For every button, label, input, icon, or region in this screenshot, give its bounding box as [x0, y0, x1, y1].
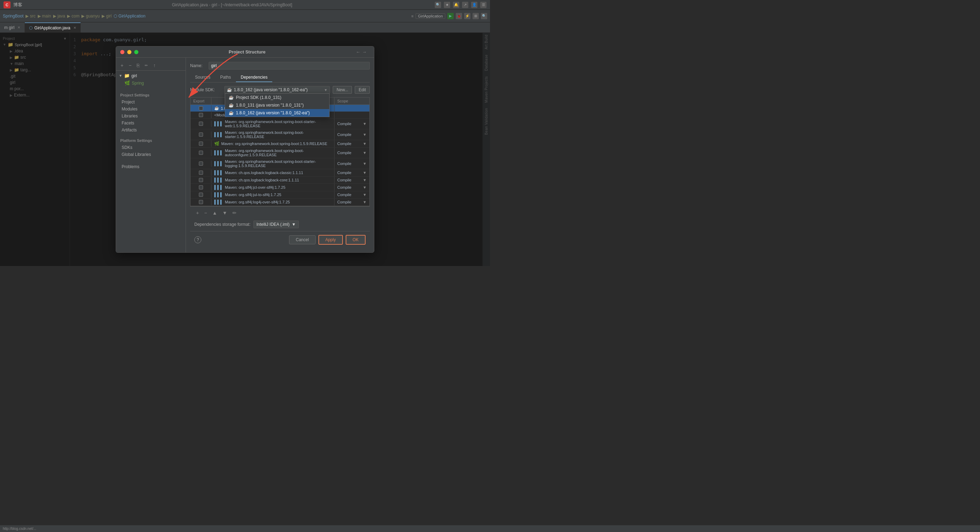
edit-dep-btn[interactable]: ✏ [231, 209, 239, 217]
name-input[interactable] [208, 62, 370, 70]
deps-scope-log4j[interactable]: Compile ▼ [334, 199, 369, 205]
tab-girl-close[interactable]: ✕ [18, 25, 20, 29]
tab-girlapp-close[interactable]: ✕ [73, 26, 76, 30]
deps-checkbox-modsrc[interactable] [199, 113, 203, 117]
help-button[interactable]: ? [194, 236, 201, 243]
back-icon[interactable]: ← [356, 49, 360, 54]
forward-icon[interactable]: → [362, 49, 367, 54]
deps-scope-logging[interactable]: Compile ▼ [334, 161, 369, 167]
edit-sdk-btn[interactable]: Edit [355, 86, 370, 94]
deps-checkbox-web[interactable] [199, 122, 203, 126]
deps-checkbox-jcl[interactable] [199, 185, 203, 190]
dlg-item-project[interactable]: Project [116, 99, 186, 105]
deps-checkbox-boot[interactable] [199, 142, 203, 146]
apply-button[interactable]: Apply [318, 235, 343, 245]
deps-row-log4j[interactable]: ▌▌▌ Maven: org.slf4j:log4j-over-slf4j:1.… [191, 199, 369, 206]
dlg-girl-label[interactable]: girl [131, 73, 137, 78]
close-button[interactable] [120, 50, 124, 54]
move-dep-down-btn[interactable]: ▼ [221, 209, 229, 217]
deps-checkbox-log4j[interactable] [199, 200, 203, 204]
deps-checkbox-logging[interactable] [199, 161, 203, 166]
dialog-title-bar: Project Structure ← → [116, 46, 374, 58]
deps-row-logging[interactable]: ▌▌▌ Maven: org.springframework.boot:spri… [191, 158, 369, 169]
deps-row-logback-core[interactable]: ▌▌▌ Maven: ch.qos.logback:logback-core:1… [191, 177, 369, 184]
deps-scope-jul[interactable]: Compile ▼ [334, 191, 369, 198]
deps-row-web[interactable]: ▌▌▌ Maven: org.springframework.boot:spri… [191, 118, 369, 129]
notification-icon[interactable]: 🔔 [453, 2, 459, 8]
remove-dep-btn[interactable]: − [202, 209, 208, 217]
spring-icon: 🌿 [124, 80, 130, 86]
tab-girl-application[interactable]: ⬡ GirlApplication.java ✕ [25, 22, 81, 32]
dlg-item-artifacts[interactable]: Artifacts [116, 127, 186, 134]
tab-sources[interactable]: Sources [190, 73, 215, 82]
deps-check-autoconf [191, 150, 212, 156]
deps-scope-jcl[interactable]: Compile ▼ [334, 184, 369, 191]
dlg-item-libraries[interactable]: Libraries [116, 113, 186, 119]
sdk-option-project[interactable]: ☕ Project SDK (1.8.0_131) [225, 94, 329, 101]
dialog-body: + − ⎘ ✏ ↑ ▼ 📁 girl 🌿 Spring [116, 58, 374, 252]
new-sdk-btn[interactable]: New... [333, 86, 352, 94]
run-config-name[interactable]: GirlApplication [415, 13, 445, 19]
deps-checkbox-sdk[interactable] [199, 106, 203, 110]
tab-girl[interactable]: m girl ✕ [0, 22, 25, 32]
dialog-nav-icons: ← → [356, 49, 370, 54]
sdk-option-162[interactable]: ☕ 1.8.0_162 (java version "1.8.0_162-ea"… [225, 109, 329, 117]
ok-button[interactable]: OK [346, 235, 366, 245]
deps-row-boot[interactable]: 🌿 Maven: org.springframework.boot:spring… [191, 140, 369, 148]
bookmark-icon[interactable]: ★ [444, 2, 450, 8]
layout-icon[interactable]: ⊞ [473, 13, 479, 19]
run-icon[interactable]: ▶ [447, 13, 453, 19]
deps-log4j-label: Maven: org.slf4j:log4j-over-slf4j:1.7.25 [225, 200, 290, 204]
deps-checkbox-jul[interactable] [199, 193, 203, 197]
deps-row-starter[interactable]: ▌▌▌ Maven: org.springframework.boot:spri… [191, 129, 369, 140]
deps-checkbox-logback-classic[interactable] [199, 170, 203, 175]
deps-scope-logback-classic[interactable]: Compile ▼ [334, 169, 369, 176]
deps-scope-starter[interactable]: Compile ▼ [334, 131, 369, 138]
storage-dropdown[interactable]: IntelliJ IDEA (.iml) ▼ [253, 221, 299, 228]
deps-row-logback-classic[interactable]: ▌▌▌ Maven: ch.qos.logback:logback-classi… [191, 169, 369, 177]
deps-scope-web[interactable]: Compile ▼ [334, 121, 369, 127]
dlg-item-global-libs[interactable]: Global Libraries [116, 151, 186, 158]
sdk-dropdown-popup: ☕ Project SDK (1.8.0_131) ☕ 1.8.0_131 (j… [225, 93, 329, 117]
dlg-item-problems[interactable]: Problems [116, 163, 186, 170]
copy-module-btn[interactable]: ⎘ [135, 62, 141, 69]
deps-check-web [191, 121, 212, 127]
deps-checkbox-logback-core[interactable] [199, 178, 203, 182]
dlg-item-modules[interactable]: Modules [116, 105, 186, 113]
share-icon[interactable]: ↗ [462, 2, 468, 8]
deps-row-jcl[interactable]: ▌▌▌ Maven: org.slf4j:jcl-over-slf4j:1.7.… [191, 184, 369, 191]
dlg-item-facets[interactable]: Facets [116, 119, 186, 127]
minimize-button[interactable] [127, 50, 131, 54]
tab-dependencies[interactable]: Dependencies [236, 73, 273, 82]
menu-icon[interactable]: ☰ [480, 2, 487, 8]
deps-checkbox-starter[interactable] [199, 132, 203, 137]
deps-scope-autoconf[interactable]: Compile ▼ [334, 150, 369, 156]
com-label: ▶ com [67, 14, 80, 19]
edit-module-btn[interactable]: ✏ [143, 62, 150, 68]
coverage-icon[interactable]: ⚡ [464, 13, 471, 19]
deps-row-autoconf[interactable]: ▌▌▌ Maven: org.springframework.boot:spri… [191, 148, 369, 158]
deps-row-jul[interactable]: ▌▌▌ Maven: org.slf4j:jul-to-slf4j:1.7.25… [191, 191, 369, 199]
add-dep-btn[interactable]: + [194, 209, 200, 217]
dlg-item-sdks[interactable]: SDKs [116, 144, 186, 151]
avatar-icon[interactable]: 👤 [471, 2, 477, 8]
sdk-option-131[interactable]: ☕ 1.8.0_131 (java version "1.8.0_131") [225, 101, 329, 109]
move-up-btn2[interactable]: ↑ [151, 62, 157, 69]
deps-checkbox-autoconf[interactable] [199, 151, 203, 155]
deps-scope-logback-core[interactable]: Compile ▼ [334, 177, 369, 183]
name-label: Name: [190, 63, 206, 68]
remove-module-btn[interactable]: − [127, 62, 133, 69]
deps-scope-boot[interactable]: Compile ▼ [334, 140, 369, 147]
sdk-dropdown[interactable]: ☕ 1.8.0_162 (java version "1.8.0_162-ea"… [224, 86, 330, 94]
tab-paths[interactable]: Paths [215, 73, 236, 82]
move-dep-up-btn[interactable]: ▲ [210, 209, 219, 217]
search-icon2[interactable]: 🔍 [481, 13, 487, 19]
deps-check-sdk [191, 105, 212, 111]
dlg-spring-tree[interactable]: 🌿 Spring [116, 80, 186, 87]
cancel-button[interactable]: Cancel [289, 235, 315, 244]
maximize-button[interactable] [134, 50, 138, 54]
add-module-btn[interactable]: + [119, 62, 125, 69]
search-icon[interactable]: 🔍 [435, 2, 441, 8]
debug-icon[interactable]: 🐞 [456, 13, 462, 19]
toolbar: SpringBoot ▶ src ▶ main ▶ java ▶ com ▶ g… [0, 10, 490, 22]
